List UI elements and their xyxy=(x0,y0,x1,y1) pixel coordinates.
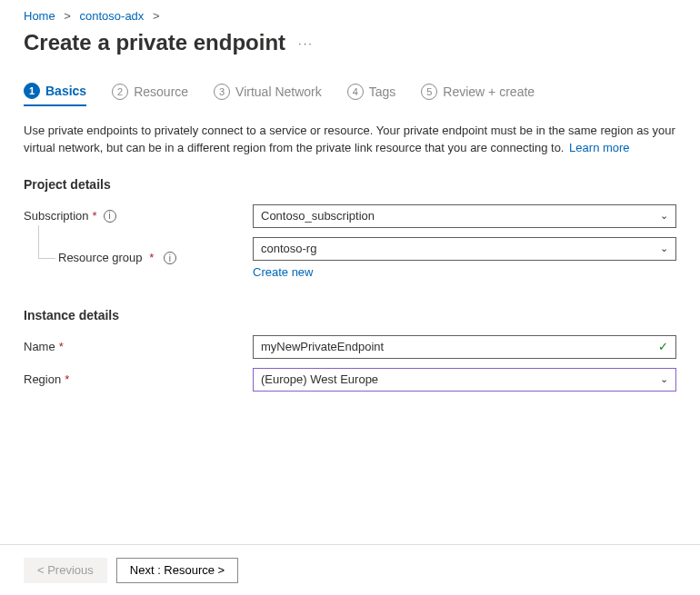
footer: < Previous Next : Resource > xyxy=(0,544,700,595)
learn-more-link[interactable]: Learn more xyxy=(569,141,629,154)
subscription-label: Subscription xyxy=(24,209,89,223)
info-icon[interactable]: i xyxy=(164,252,176,264)
breadcrumb-sep: > xyxy=(153,9,160,23)
project-details-title: Project details xyxy=(24,177,676,192)
chevron-down-icon: ⌄ xyxy=(660,373,668,385)
subscription-select[interactable]: Contoso_subscription ⌄ xyxy=(253,204,676,228)
resource-group-select[interactable]: contoso-rg ⌄ xyxy=(253,237,676,261)
region-label: Region xyxy=(24,372,61,386)
required-indicator: * xyxy=(59,340,64,353)
chevron-down-icon: ⌄ xyxy=(660,210,668,222)
breadcrumb: Home > contoso-adx > xyxy=(24,9,676,23)
tab-num: 5 xyxy=(421,84,437,100)
more-actions-icon[interactable]: ··· xyxy=(298,36,314,50)
tabs: 1 Basics 2 Resource 3 Virtual Network 4 … xyxy=(24,83,676,106)
instance-details-title: Instance details xyxy=(24,308,676,322)
resource-group-value: contoso-rg xyxy=(261,242,316,255)
tab-label: Basics xyxy=(45,84,86,98)
breadcrumb-contoso[interactable]: contoso-adx xyxy=(80,9,145,23)
resource-group-label: Resource group xyxy=(58,251,143,264)
tab-num: 1 xyxy=(24,83,40,99)
create-new-link[interactable]: Create new xyxy=(253,265,313,279)
subscription-value: Contoso_subscription xyxy=(261,209,375,223)
region-select[interactable]: (Europe) West Europe ⌄ xyxy=(253,368,676,392)
tab-label: Tags xyxy=(369,84,396,99)
breadcrumb-home[interactable]: Home xyxy=(24,9,55,23)
chevron-down-icon: ⌄ xyxy=(660,243,668,254)
check-icon: ✓ xyxy=(658,340,668,353)
tab-label: Review + create xyxy=(443,84,535,99)
name-value: myNewPrivateEndpoint xyxy=(261,340,384,353)
description: Use private endpoints to privately conne… xyxy=(24,123,676,157)
next-button[interactable]: Next : Resource > xyxy=(116,558,238,583)
previous-button: < Previous xyxy=(24,558,107,583)
tab-num: 2 xyxy=(112,84,128,100)
tab-label: Virtual Network xyxy=(235,84,322,99)
tab-tags[interactable]: 4 Tags xyxy=(347,84,396,105)
tab-basics[interactable]: 1 Basics xyxy=(24,83,86,106)
required-indicator: * xyxy=(149,251,154,264)
name-label: Name xyxy=(24,340,55,353)
breadcrumb-sep: > xyxy=(64,9,71,23)
region-value: (Europe) West Europe xyxy=(261,372,378,386)
tab-virtual-network[interactable]: 3 Virtual Network xyxy=(214,84,322,105)
tab-resource[interactable]: 2 Resource xyxy=(112,84,188,105)
name-input[interactable]: myNewPrivateEndpoint ✓ xyxy=(253,335,676,359)
tab-num: 3 xyxy=(214,84,230,100)
tab-label: Resource xyxy=(134,84,188,99)
info-icon[interactable]: i xyxy=(104,210,116,223)
tab-review-create[interactable]: 5 Review + create xyxy=(421,84,535,105)
page-title: Create a private endpoint xyxy=(24,30,285,55)
required-indicator: * xyxy=(93,209,97,223)
tab-num: 4 xyxy=(347,84,364,100)
required-indicator: * xyxy=(65,372,69,386)
